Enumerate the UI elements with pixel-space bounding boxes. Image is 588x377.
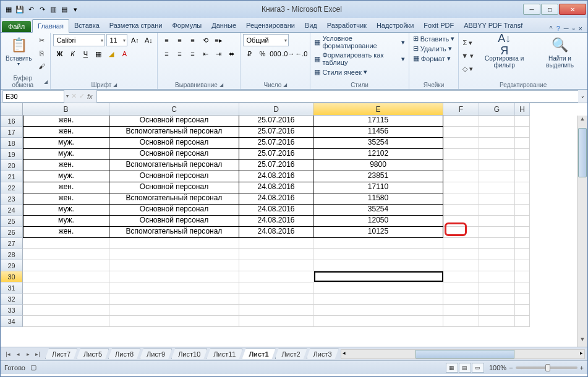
alignment-dialog-icon[interactable]: ◢ (219, 82, 223, 88)
cell-F30[interactable] (443, 271, 479, 282)
cell-D32[interactable] (239, 294, 313, 305)
cell-H29[interactable] (515, 260, 530, 271)
cell-B24[interactable]: муж. (23, 205, 109, 216)
cell-F28[interactable] (443, 249, 479, 260)
vertical-scrollbar[interactable]: ▲ ▼ (577, 116, 587, 347)
cell-G28[interactable] (479, 249, 515, 260)
decrease-font-icon[interactable]: A↓ (142, 34, 155, 46)
cell-F23[interactable] (443, 193, 479, 205)
cell-F17[interactable] (443, 127, 479, 138)
tab-foxit pdf[interactable]: Foxit PDF (419, 19, 459, 32)
cell-C23[interactable]: Вспомогательный персонал (109, 193, 239, 205)
zoom-out-icon[interactable]: − (509, 364, 513, 371)
row-header-28[interactable]: 28 (1, 249, 23, 260)
page-break-view-icon[interactable]: ▭ (472, 363, 484, 373)
cell-C22[interactable]: Основной персонал (109, 182, 239, 193)
cell-D30[interactable] (239, 271, 313, 282)
format-as-table-button[interactable]: ▦Форматировать как таблицу ▾ (313, 51, 406, 67)
cell-B33[interactable] (23, 305, 109, 316)
tab-формулы[interactable]: Формулы (167, 19, 207, 32)
tab-abbyy pdf transf[interactable]: ABBYY PDF Transf (459, 19, 527, 32)
cell-G19[interactable] (479, 149, 515, 160)
cell-C25[interactable]: Основной персонал (109, 216, 239, 227)
cell-G18[interactable] (479, 138, 515, 149)
increase-decimal-icon[interactable]: .0→ (282, 48, 294, 60)
cell-E24[interactable]: 35254 (313, 205, 443, 216)
cell-B17[interactable]: жен. (23, 127, 109, 138)
cell-D27[interactable] (239, 238, 313, 249)
select-all-corner[interactable] (1, 103, 23, 116)
normal-view-icon[interactable]: ▦ (446, 363, 458, 373)
cell-B34[interactable] (23, 316, 109, 327)
number-dialog-icon[interactable]: ◢ (283, 82, 287, 88)
cell-D17[interactable]: 25.07.2016 (239, 127, 313, 138)
cell-C19[interactable]: Основной персонал (109, 149, 239, 160)
cell-E20[interactable]: 9800 (313, 160, 443, 171)
cell-G30[interactable] (479, 271, 515, 282)
cell-D16[interactable]: 25.07.2016 (239, 116, 313, 127)
open-icon[interactable]: ▤ (59, 4, 69, 14)
cell-D20[interactable]: 25.07.2016 (239, 160, 313, 171)
cell-B16[interactable]: жен. (23, 116, 109, 127)
save-icon[interactable]: 💾 (15, 4, 25, 14)
number-format-combo[interactable]: Общий (243, 34, 289, 46)
cell-C32[interactable] (109, 294, 239, 305)
cell-F22[interactable] (443, 182, 479, 193)
row-header-31[interactable]: 31 (1, 282, 23, 294)
zoom-in-icon[interactable]: + (580, 364, 584, 371)
cell-H30[interactable] (515, 271, 530, 282)
cell-E21[interactable]: 23851 (313, 171, 443, 182)
cell-D34[interactable] (239, 316, 313, 327)
row-header-29[interactable]: 29 (1, 260, 23, 271)
cell-D23[interactable]: 24.08.2016 (239, 193, 313, 205)
tab-данные[interactable]: Данные (207, 19, 241, 32)
cell-B30[interactable] (23, 271, 109, 282)
col-header-E[interactable]: E (313, 103, 443, 116)
orientation-icon[interactable]: ⟲ (199, 34, 211, 46)
cell-G24[interactable] (479, 205, 515, 216)
tab-надстройки[interactable]: Надстройки (372, 19, 419, 32)
insert-cells-button[interactable]: ⊞Вставить ▾ (412, 34, 456, 43)
cell-G25[interactable] (479, 216, 515, 227)
bold-icon[interactable]: Ж (53, 48, 66, 60)
cell-B19[interactable]: муж. (23, 149, 109, 160)
cell-G33[interactable] (479, 305, 515, 316)
cell-G32[interactable] (479, 294, 515, 305)
font-color-icon[interactable]: A (118, 48, 130, 60)
undo-icon[interactable]: ↶ (26, 4, 36, 14)
cell-B27[interactable] (23, 238, 109, 249)
cell-G22[interactable] (479, 182, 515, 193)
cell-F29[interactable] (443, 260, 479, 271)
cell-H20[interactable] (515, 160, 530, 171)
sheet-tab-Лист8[interactable]: Лист8 (108, 349, 140, 359)
col-header-B[interactable]: B (23, 103, 109, 116)
cell-E33[interactable] (313, 305, 443, 316)
row-header-34[interactable]: 34 (1, 316, 23, 327)
col-header-H[interactable]: H (515, 103, 530, 116)
row-header-23[interactable]: 23 (1, 193, 23, 205)
align-bottom-icon[interactable]: ≡ (186, 34, 198, 46)
cell-D28[interactable] (239, 249, 313, 260)
cell-H34[interactable] (515, 316, 530, 327)
cell-F25[interactable] (443, 216, 479, 227)
cell-G20[interactable] (479, 160, 515, 171)
cell-E19[interactable]: 12102 (313, 149, 443, 160)
cell-styles-button[interactable]: ▦Стили ячеек ▾ (313, 67, 406, 77)
cell-G17[interactable] (479, 127, 515, 138)
cell-C34[interactable] (109, 316, 239, 327)
col-header-F[interactable]: F (443, 103, 479, 116)
paste-button[interactable]: 📋 Вставить▾ (3, 34, 34, 69)
cell-C18[interactable]: Основной персонал (109, 138, 239, 149)
cell-G21[interactable] (479, 171, 515, 182)
cell-F21[interactable] (443, 171, 479, 182)
close-button[interactable]: ✕ (559, 4, 586, 15)
percent-icon[interactable]: % (256, 48, 268, 60)
cell-F24[interactable] (443, 205, 479, 216)
cell-G26[interactable] (479, 227, 515, 238)
row-header-25[interactable]: 25 (1, 216, 23, 227)
delete-cells-button[interactable]: ⊟Удалить ▾ (412, 44, 456, 53)
cell-H25[interactable] (515, 216, 530, 227)
workbook-restore-icon[interactable]: ▫ (573, 25, 575, 32)
row-header-32[interactable]: 32 (1, 294, 23, 305)
border-icon[interactable]: ▦ (92, 48, 104, 60)
